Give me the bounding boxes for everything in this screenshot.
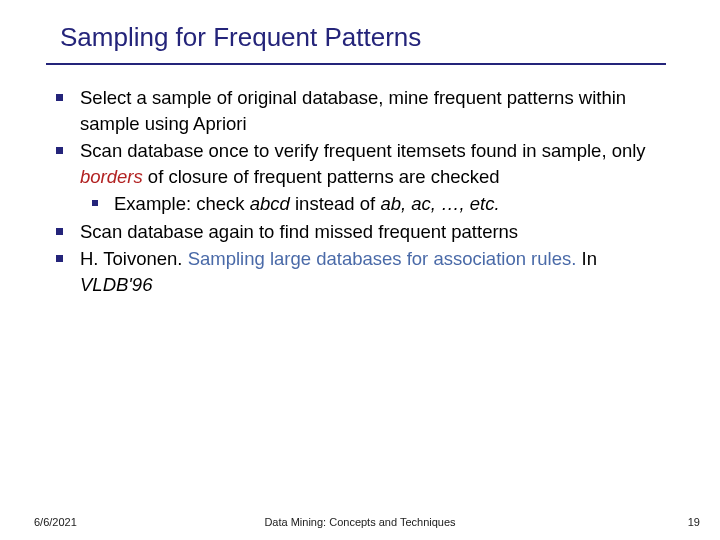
bullet-item: Scan database again to find missed frequ… — [46, 219, 656, 245]
italic-text: abcd — [250, 193, 290, 214]
slide: Sampling for Frequent Patterns Select a … — [0, 0, 720, 540]
italic-text: ab, ac, …, etc. — [380, 193, 499, 214]
bullet-text: In — [576, 248, 597, 269]
reference-title: Sampling large databases for association… — [188, 248, 577, 269]
footer-center: Data Mining: Concepts and Techniques — [0, 516, 720, 528]
bullet-item: Select a sample of original database, mi… — [46, 85, 656, 136]
slide-title: Sampling for Frequent Patterns — [60, 22, 690, 53]
bullet-item: H. Toivonen. Sampling large databases fo… — [46, 246, 656, 297]
bullet-text: Scan database once to verify frequent it… — [80, 140, 646, 161]
bullet-text: Select a sample of original database, mi… — [80, 87, 626, 134]
bullet-text: Scan database again to find missed frequ… — [80, 221, 518, 242]
title-underline — [46, 63, 666, 65]
sub-bullet-item: Example: check abcd instead of ab, ac, …… — [80, 191, 656, 217]
sub-bullet-list: Example: check abcd instead of ab, ac, …… — [80, 191, 656, 217]
bullet-text: H. Toivonen. — [80, 248, 188, 269]
bullet-text: instead of — [290, 193, 381, 214]
slide-content: Select a sample of original database, mi… — [46, 85, 656, 297]
bullet-item: Scan database once to verify frequent it… — [46, 138, 656, 217]
footer-page-number: 19 — [688, 516, 700, 528]
bullet-list: Select a sample of original database, mi… — [46, 85, 656, 297]
bullet-text: Example: check — [114, 193, 250, 214]
emphasis-text: borders — [80, 166, 143, 187]
bullet-text: of closure of frequent patterns are chec… — [143, 166, 500, 187]
reference-venue: VLDB'96 — [80, 274, 152, 295]
